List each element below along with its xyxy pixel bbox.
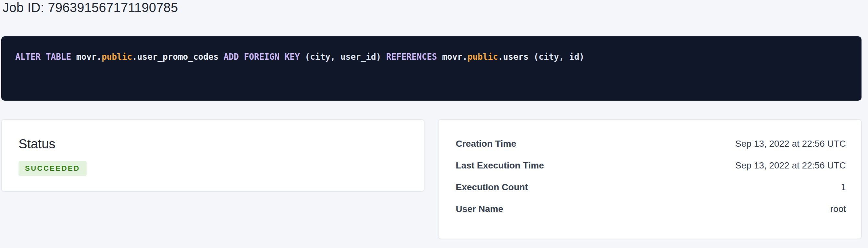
detail-label: Creation Time bbox=[456, 138, 516, 149]
detail-row: Execution Count1 bbox=[456, 176, 846, 198]
details-card: Creation TimeSep 13, 2022 at 22:56 UTCLa… bbox=[438, 120, 862, 239]
sql-token-identifier: user_promo_codes bbox=[137, 52, 224, 62]
detail-label: User Name bbox=[456, 204, 503, 214]
sql-statement-text: ALTER TABLE movr.public.user_promo_codes… bbox=[15, 51, 848, 62]
sql-token-identifier: movr bbox=[76, 52, 97, 62]
detail-row: Last Execution TimeSep 13, 2022 at 22:56… bbox=[456, 155, 846, 176]
detail-label: Execution Count bbox=[456, 182, 528, 192]
detail-value: Sep 13, 2022 at 22:56 UTC bbox=[735, 138, 846, 149]
detail-value: root bbox=[830, 204, 846, 214]
status-badge: SUCCEEDED bbox=[19, 161, 87, 176]
sql-token-schema: public bbox=[102, 52, 132, 62]
sql-token-identifier: movr bbox=[442, 52, 463, 62]
sql-token-identifier: users bbox=[503, 52, 534, 62]
sql-token-punct: . bbox=[463, 52, 468, 62]
detail-row: Creation TimeSep 13, 2022 at 22:56 UTC bbox=[456, 133, 846, 155]
status-card: Status SUCCEEDED bbox=[1, 120, 424, 191]
sql-token-punct: . bbox=[498, 52, 503, 62]
sql-token-punct: (city, user_id) bbox=[305, 52, 386, 62]
status-heading: Status bbox=[19, 136, 406, 152]
details-rows: Creation TimeSep 13, 2022 at 22:56 UTCLa… bbox=[456, 133, 846, 220]
sql-token-keyword: ADD FOREIGN KEY bbox=[224, 52, 305, 62]
job-details-page: Job ID: 796391567171190785 ALTER TABLE m… bbox=[1, 0, 862, 239]
sql-token-keyword: REFERENCES bbox=[386, 52, 442, 62]
sql-token-punct: . bbox=[96, 52, 102, 62]
sql-token-punct: (city, id) bbox=[534, 52, 585, 62]
sql-statement-box: ALTER TABLE movr.public.user_promo_codes… bbox=[1, 36, 862, 101]
detail-value: Sep 13, 2022 at 22:56 UTC bbox=[735, 160, 846, 171]
detail-value: 1 bbox=[841, 182, 846, 192]
detail-row: User Nameroot bbox=[456, 198, 846, 220]
summary-cards-row: Status SUCCEEDED Creation TimeSep 13, 20… bbox=[1, 120, 862, 239]
sql-token-keyword: ALTER TABLE bbox=[15, 52, 76, 62]
sql-token-punct: . bbox=[132, 52, 137, 62]
page-title: Job ID: 796391567171190785 bbox=[3, 0, 862, 15]
detail-label: Last Execution Time bbox=[456, 160, 544, 171]
sql-token-schema: public bbox=[467, 52, 498, 62]
